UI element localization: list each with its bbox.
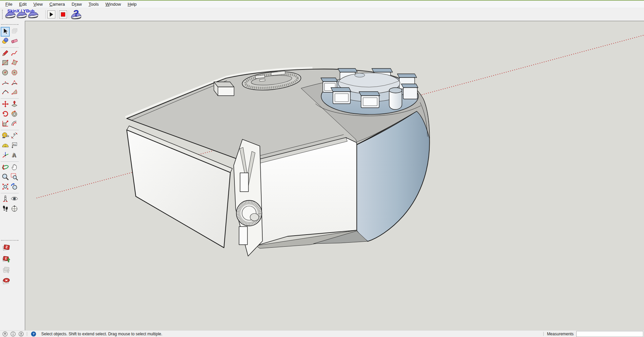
follow-me-tool[interactable] — [10, 109, 19, 119]
drawing-canvas[interactable] — [25, 21, 644, 330]
pie-filled-tool[interactable] — [10, 88, 19, 97]
toolbar-section-separator — [1, 130, 19, 130]
claim-credits-icon[interactable] — [10, 331, 16, 337]
svg-text:?: ? — [73, 9, 79, 18]
help-icon[interactable]: ? — [31, 331, 37, 337]
menu-tools[interactable]: Tools — [85, 1, 102, 7]
menu-edit[interactable]: Edit — [16, 1, 30, 7]
menu-window[interactable]: Window — [102, 1, 124, 7]
menu-bar: FileEditViewCameraDrawToolsWindowHelp — [0, 1, 644, 8]
rectangle-tool[interactable] — [1, 58, 10, 68]
skp-export-up-button[interactable] — [0, 254, 12, 265]
position-camera-tool[interactable] — [1, 194, 10, 204]
model-post-upper — [240, 173, 249, 192]
skin-stop-button[interactable] — [59, 10, 67, 18]
arc-3pt-icon — [1, 88, 9, 97]
zoom-tool[interactable] — [1, 173, 10, 182]
menu-view[interactable]: View — [30, 1, 46, 7]
push-pull-icon — [10, 100, 18, 109]
skinx-button-group: SkinX / YBub — [5, 8, 44, 20]
rotate-tool[interactable] — [1, 109, 10, 119]
menu-help[interactable]: Help — [124, 1, 140, 7]
arc-2pt-tool[interactable] — [1, 78, 10, 88]
skp-delete-red-icon — [2, 277, 10, 286]
skp-delete-red-button[interactable] — [0, 276, 12, 287]
axes-tool[interactable] — [1, 151, 10, 160]
measurements-input[interactable] — [576, 331, 643, 337]
rotate-icon — [1, 110, 9, 119]
push-pull-tool[interactable] — [10, 100, 19, 109]
toolbar-section-separator — [1, 161, 19, 162]
svg-text:?: ? — [33, 332, 35, 336]
svg-text:A: A — [12, 152, 16, 158]
zoom-previous-tool[interactable] — [10, 182, 19, 192]
orbit-tool[interactable] — [1, 163, 10, 173]
follow-me-icon — [10, 110, 18, 119]
menu-file[interactable]: File — [2, 1, 16, 7]
toolbar-grip[interactable] — [1, 240, 18, 241]
line-tool[interactable] — [1, 49, 10, 58]
tape-measure-tool[interactable] — [1, 131, 10, 141]
rotated-rectangle-tool[interactable] — [10, 58, 19, 68]
skp-import-disabled-icon — [2, 266, 10, 275]
polygon-tool[interactable] — [10, 68, 19, 78]
skin-play-button[interactable] — [47, 10, 55, 18]
skin-help-button[interactable]: ? — [70, 9, 82, 20]
dimensions-icon: 3 — [10, 132, 18, 141]
text-tool[interactable]: A1 — [10, 141, 19, 151]
toolbar-section-separator — [1, 47, 19, 48]
freehand-icon — [10, 49, 18, 58]
zoom-extents-tool[interactable] — [1, 182, 10, 192]
freehand-tool[interactable] — [10, 49, 19, 58]
model-post-lower — [239, 227, 248, 245]
toolbar-separator — [45, 10, 46, 19]
move-icon — [1, 100, 9, 109]
model-periscope-cylinder — [389, 88, 402, 109]
skp-export-up-icon — [2, 255, 10, 264]
pan-tool[interactable] — [10, 163, 19, 173]
3d-text-tool[interactable]: AA — [10, 151, 19, 160]
section-plane-tool[interactable] — [10, 204, 19, 214]
select-tool[interactable] — [1, 27, 10, 37]
application-window: FileEditViewCameraDrawToolsWindowHelp Sk… — [0, 0, 644, 337]
scale-tool[interactable] — [1, 119, 10, 129]
move-tool[interactable] — [1, 100, 10, 109]
rotated-rectangle-icon — [10, 59, 18, 68]
zoom-window-tool[interactable] — [10, 173, 19, 182]
arc-3pt-tool[interactable] — [1, 88, 10, 97]
pie-icon — [10, 78, 18, 88]
toolbar-section-separator — [1, 193, 19, 193]
paint-bucket-icon — [1, 37, 9, 46]
plugin-toolbar-label: SkinX / YBub — [7, 8, 35, 13]
offset-tool[interactable] — [10, 119, 19, 129]
statusbar-divider — [27, 332, 27, 336]
menu-draw[interactable]: Draw — [68, 1, 85, 7]
eraser-icon — [10, 37, 18, 46]
skp-file-red-button[interactable] — [0, 243, 12, 254]
pan-icon — [10, 163, 18, 173]
make-component-tool[interactable] — [10, 27, 19, 37]
circle-tool[interactable] — [1, 68, 10, 78]
model-canvas-svg — [25, 21, 644, 330]
geolocation-icon[interactable] — [2, 331, 8, 337]
offset-icon — [10, 119, 18, 129]
pie-tool[interactable] — [10, 78, 19, 88]
polygon-icon — [10, 68, 18, 78]
toolbar-grip[interactable] — [2, 10, 3, 19]
paint-bucket-tool[interactable] — [1, 37, 10, 46]
text-icon: A1 — [10, 141, 18, 151]
select-icon — [1, 27, 9, 37]
walk-tool[interactable] — [1, 204, 10, 214]
sign-in-icon[interactable] — [18, 331, 24, 337]
eraser-tool[interactable] — [10, 37, 19, 46]
arc-2pt-icon — [1, 78, 9, 88]
protractor-tool[interactable] — [1, 141, 10, 151]
look-around-tool[interactable] — [10, 194, 19, 204]
large-tool-set: 3A1AA — [0, 21, 25, 330]
menu-camera[interactable]: Camera — [46, 1, 68, 7]
toolbar-grip[interactable] — [1, 24, 18, 26]
walk-icon — [1, 204, 9, 214]
dimensions-tool[interactable]: 3 — [10, 131, 19, 141]
model-roof-box — [214, 82, 234, 96]
3d-text-icon: AA — [10, 151, 18, 160]
